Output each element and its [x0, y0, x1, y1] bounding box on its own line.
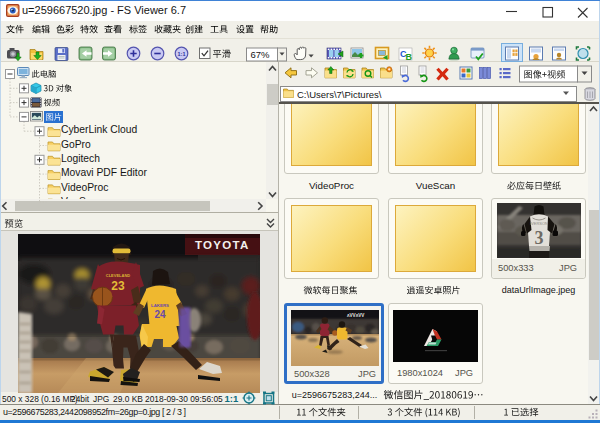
svg-text:1:1: 1:1 — [225, 393, 239, 404]
svg-text:B: B — [406, 52, 413, 62]
svg-text:67%: 67% — [251, 49, 271, 60]
svg-text:1:1: 1:1 — [178, 51, 186, 57]
